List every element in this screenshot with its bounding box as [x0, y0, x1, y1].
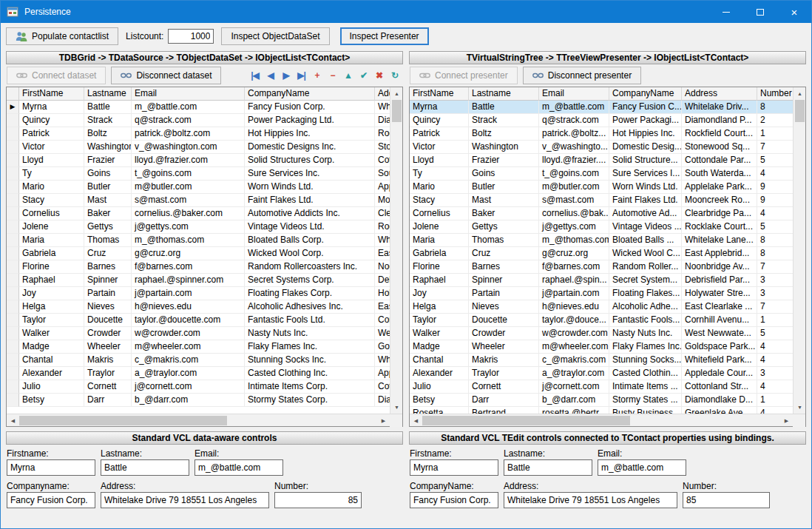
grid-cell[interactable]: 5	[757, 220, 793, 234]
grid-cell[interactable]: lloyd.@frazier....	[539, 154, 609, 167]
grid-cell[interactable]: Random Roller...	[609, 260, 682, 274]
grid-cell[interactable]: 4	[757, 340, 793, 354]
grid-cell[interactable]: Florine	[410, 260, 469, 274]
grid-cell[interactable]: Madge	[19, 340, 84, 354]
grid-cell[interactable]: Myrna	[19, 101, 84, 114]
grid-cell[interactable]: Alexander	[19, 367, 84, 380]
grid-cell[interactable]: Boltz	[84, 127, 132, 141]
grid-cell[interactable]: Crowder	[469, 327, 539, 340]
grid-row[interactable]: BetsyDarrb_@darr.comStormy States ...Dia…	[410, 394, 793, 407]
grid-cell[interactable]: Myrna	[410, 101, 469, 114]
grid-cell[interactable]: Doucette	[84, 314, 132, 327]
grid-row[interactable]: TaylorDoucettetaylor.@douce...Fantastic …	[410, 314, 793, 327]
grid-cell[interactable]: Chantal	[19, 354, 84, 367]
grid-cell[interactable]: Nieves	[84, 300, 132, 314]
grid-row[interactable]: JulioCornettj@cornett.comIntimate Items …	[7, 380, 390, 394]
dbgrid-vertical-scrollbar[interactable]: ▲ ▼	[390, 87, 402, 414]
grid-cell[interactable]: Domestic Designs Inc.	[245, 141, 375, 154]
inspect-objectdataset-button[interactable]: Inspect ObjectDataSet	[221, 27, 329, 45]
grid-cell[interactable]: Cottondale Par	[375, 154, 390, 167]
grid-cell[interactable]: Gabriela	[410, 247, 469, 260]
grid-cell[interactable]: Casted Clothin...	[609, 367, 682, 380]
grid-row[interactable]: MadgeWheelerm@wheeler.comFlaky Flames In…	[7, 340, 390, 354]
grid-cell[interactable]: Whitefield Park...	[682, 354, 757, 367]
grid-cell[interactable]: Holywater Stre...	[682, 287, 757, 300]
grid-cell[interactable]: Appledale Cour	[375, 367, 390, 380]
grid-cell[interactable]: Jolene	[410, 220, 469, 234]
grid-cell[interactable]: Solid Structures Corp.	[245, 154, 375, 167]
grid-cell[interactable]: Flaky Flames Inc.	[245, 340, 375, 354]
grid-cell[interactable]: 9	[757, 181, 793, 194]
grid-cell[interactable]: Solid Structure...	[609, 154, 682, 167]
grid-cell[interactable]: Stacy	[19, 194, 84, 207]
grid-cell[interactable]: Vintage Videos Ltd.	[245, 220, 375, 234]
nav-cancel-button[interactable]: ✖	[371, 67, 387, 84]
column-header-email[interactable]: Email	[132, 87, 245, 101]
scroll-left-button[interactable]: ◀	[410, 414, 422, 427]
grid-cell[interactable]: j@cornett.com	[539, 380, 609, 394]
grid-cell[interactable]: Raphael	[19, 274, 84, 287]
grid-cell[interactable]: 8	[757, 247, 793, 260]
grid-cell[interactable]: East Applebrid	[375, 247, 390, 260]
grid-cell[interactable]: Secret System...	[609, 274, 682, 287]
grid-cell[interactable]: Barnes	[469, 260, 539, 274]
grid-cell[interactable]: Sure Services Inc.	[245, 167, 375, 181]
grid-cell[interactable]: Goins	[469, 167, 539, 181]
grid-cell[interactable]: c_@makris.com	[132, 354, 245, 367]
grid-cell[interactable]: c_@makris.com	[539, 354, 609, 367]
grid-cell[interactable]: Busty Business...	[609, 407, 682, 414]
maximize-button[interactable]	[743, 1, 777, 23]
virtualtree-view[interactable]: FirstNameLastnameEmailCompanyNameAddress…	[410, 87, 793, 414]
grid-cell[interactable]: Worn Winds Ltd.	[245, 181, 375, 194]
grid-cell[interactable]: Cottondale Par...	[682, 154, 757, 167]
grid-cell[interactable]: patrick.@boltz.com	[132, 127, 245, 141]
grid-cell[interactable]: Rockfield Court	[375, 127, 390, 141]
grid-cell[interactable]: Thomas	[84, 234, 132, 247]
grid-cell[interactable]: Helga	[410, 300, 469, 314]
grid-cell[interactable]: South Waterda	[375, 167, 390, 181]
grid-cell[interactable]: Alexander	[410, 367, 469, 380]
grid-cell[interactable]: Frazier	[84, 154, 132, 167]
grid-cell[interactable]: Hot Hippies Inc.	[245, 127, 375, 141]
grid-cell[interactable]: raphael.@spinner.com	[132, 274, 245, 287]
grid-row[interactable]: ChantalMakrisc_@makris.comStunning Socks…	[7, 354, 390, 367]
grid-row[interactable]: VictorWashingtonv_@washingto...Domestic …	[410, 141, 793, 154]
grid-cell[interactable]: Alcoholic Adhesives Inc.	[245, 300, 375, 314]
grid-cell[interactable]: 5	[757, 327, 793, 340]
grid-cell[interactable]: Gabriela	[19, 247, 84, 260]
grid-cell[interactable]: Julio	[19, 380, 84, 394]
grid-cell[interactable]: Fancy Fusion Corp.	[245, 101, 375, 114]
grid-cell[interactable]: Mario	[19, 181, 84, 194]
grid-row[interactable]: LloydFrazierlloyd.@frazier....Solid Stru…	[410, 154, 793, 167]
grid-cell[interactable]: Baker	[84, 207, 132, 220]
grid-cell[interactable]: rosetta.@bertr...	[539, 407, 609, 414]
grid-cell[interactable]: Patrick	[410, 127, 469, 141]
grid-cell[interactable]: h@nieves.edu	[132, 300, 245, 314]
grid-cell[interactable]: Nieves	[469, 300, 539, 314]
email-input[interactable]	[598, 459, 686, 476]
grid-cell[interactable]: Washington	[469, 141, 539, 154]
grid-cell[interactable]: South Waterda...	[682, 167, 757, 181]
grid-cell[interactable]: v_@washington.com	[132, 141, 245, 154]
grid-row[interactable]: TyGoinst_@goins.comSure Services I...Sou…	[410, 167, 793, 181]
grid-cell[interactable]: Quincy	[410, 114, 469, 127]
grid-cell[interactable]: Doucette	[469, 314, 539, 327]
nav-refresh-button[interactable]: ↻	[387, 67, 402, 84]
scroll-right-button[interactable]: ▶	[377, 414, 390, 427]
grid-row[interactable]: PatrickBoltzpatrick.@boltz...Hot Hippies…	[410, 127, 793, 141]
grid-cell[interactable]: Alcoholic Adhe...	[609, 300, 682, 314]
grid-cell[interactable]: Applelake Park...	[682, 181, 757, 194]
grid-cell[interactable]: East Applebrid...	[682, 247, 757, 260]
grid-row[interactable]: FlorineBarnesf@barnes.comRandom Rollerco…	[7, 260, 390, 274]
scroll-right-button[interactable]: ▶	[780, 414, 793, 427]
lastname-input[interactable]	[101, 459, 189, 476]
grid-cell[interactable]: Cornelius	[19, 207, 84, 220]
grid-row[interactable]: GabrielaCruzg@cruz.orgWicked Wool C...Ea…	[410, 247, 793, 260]
grid-row[interactable]: HelgaNievesh@nieves.eduAlcoholic Adhesiv…	[7, 300, 390, 314]
grid-cell[interactable]: Victor	[410, 141, 469, 154]
grid-row[interactable]: JoleneGettysj@gettys.comVintage Videos .…	[410, 220, 793, 234]
grid-cell[interactable]: j@partain.com	[539, 287, 609, 300]
grid-cell[interactable]: m_@battle.com	[132, 101, 245, 114]
grid-cell[interactable]: Helga	[19, 300, 84, 314]
grid-cell[interactable]: t_@goins.com	[132, 167, 245, 181]
